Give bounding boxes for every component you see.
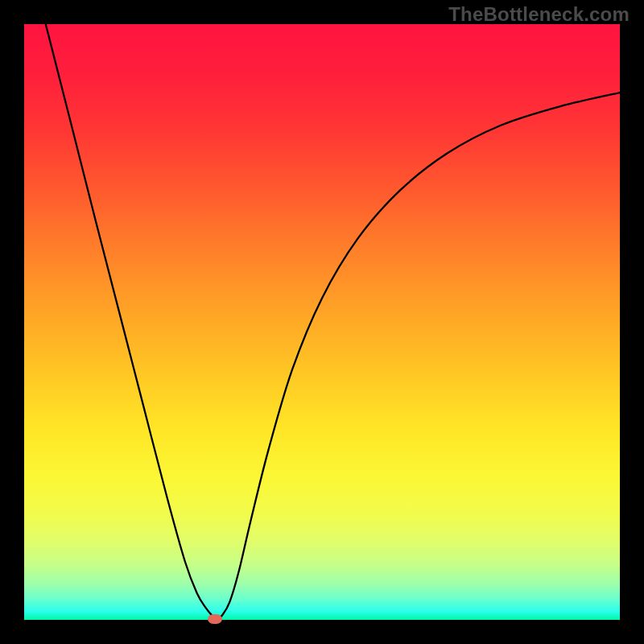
curve-svg [24, 24, 620, 620]
chart-container: TheBottleneck.com [0, 0, 644, 644]
min-marker [208, 614, 222, 624]
watermark-text: TheBottleneck.com [448, 3, 630, 26]
plot-area [24, 24, 620, 620]
curve-path [24, 24, 620, 618]
